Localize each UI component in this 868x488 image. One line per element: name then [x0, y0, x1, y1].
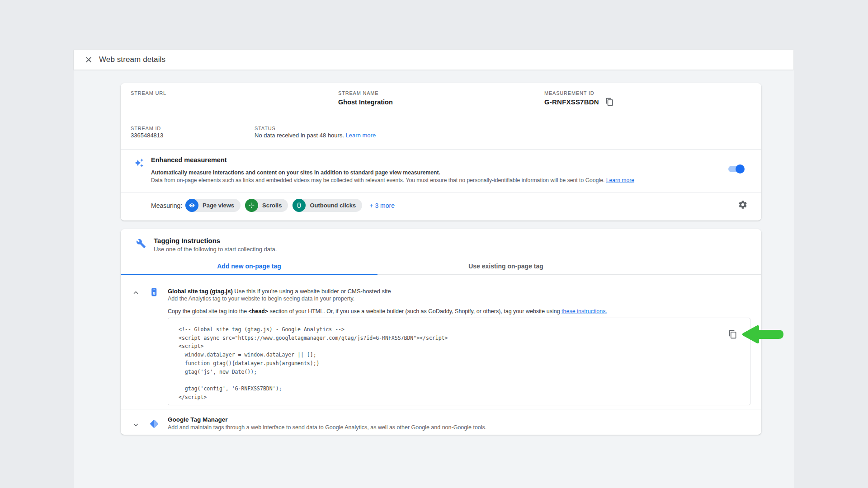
divider — [121, 192, 761, 192]
tagging-instructions-subtitle: Use one of the following to start collec… — [154, 246, 277, 253]
chip-page-views: Page views — [185, 199, 241, 212]
gtag-section-subtitle: Add the Analytics tag to your website to… — [168, 296, 354, 302]
enhanced-measurement-desc-2: Data from on-page elements such as links… — [151, 177, 634, 183]
measurement-id-label: MEASUREMENT ID — [544, 90, 594, 96]
gtag-code-box: <!-- Global site tag (gtag.js) - Google … — [168, 318, 750, 405]
gear-icon[interactable] — [738, 200, 748, 210]
status-label: STATUS — [255, 126, 276, 131]
gtag-title-rest: Use this if you're using a website build… — [233, 288, 391, 295]
copy-code-button[interactable] — [728, 330, 737, 339]
gtag-section-title: Global site tag (gtag.js) Use this if yo… — [168, 288, 391, 295]
mouse-icon — [292, 199, 306, 212]
status-learn-more-link[interactable]: Learn more — [346, 132, 376, 139]
gtag-title-bold: Global site tag (gtag.js) — [168, 288, 233, 295]
chip-scrolls: Scrolls — [245, 199, 288, 212]
head-tag-token: <head> — [249, 308, 268, 314]
copy-icon — [605, 98, 614, 106]
these-instructions-link[interactable]: these instructions. — [561, 308, 607, 314]
gtag-instruction: Copy the global site tag into the <head>… — [168, 308, 607, 314]
tagging-instructions-title: Tagging Instructions — [154, 237, 220, 244]
enhanced-learn-more-link[interactable]: Learn more — [606, 177, 634, 183]
chip-outbound-clicks: Outbound clicks — [292, 199, 362, 212]
copy-icon — [728, 330, 737, 339]
toggle-knob — [736, 164, 745, 174]
stream-id-value: 3365484813 — [131, 132, 163, 139]
instruction-text: section of your HTML. Or, if you use a w… — [268, 308, 561, 314]
divider — [121, 149, 761, 150]
enhanced-measurement-desc-1: Automatically measure interactions and c… — [151, 169, 440, 176]
tagging-tabs: Add new on-page tag Use existing on-page… — [121, 258, 761, 275]
more-chips-link[interactable]: + 3 more — [369, 202, 395, 209]
page-title: Web stream details — [99, 55, 165, 64]
stream-url-label: STREAM URL — [131, 90, 166, 96]
chevron-down-icon[interactable] — [132, 421, 140, 429]
chip-label: Outbound clicks — [310, 202, 356, 209]
gtag-code[interactable]: <!-- Global site tag (gtag.js) - Google … — [168, 318, 750, 401]
enhanced-desc-text: Data from on-page elements such as links… — [151, 177, 604, 183]
stream-name-value: Ghost Integration — [338, 99, 393, 106]
web-stream-details-page: Web stream details STREAM URL STREAM NAM… — [0, 0, 868, 488]
chip-label: Scrolls — [262, 202, 282, 209]
gtm-section-title: Google Tag Manager — [168, 416, 228, 423]
enhanced-measurement-toggle[interactable] — [728, 164, 745, 174]
chevron-up-icon[interactable] — [132, 288, 140, 297]
chip-label: Page views — [203, 202, 234, 209]
svg-text:g: g — [153, 290, 156, 295]
measuring-chips: Page views Scrolls Outbound clicks + 3 m… — [185, 199, 395, 212]
eye-icon — [185, 199, 198, 212]
close-icon — [84, 55, 93, 64]
measuring-label: Measuring: — [151, 202, 182, 209]
wrench-icon — [136, 239, 146, 249]
copy-measurement-id-button[interactable] — [605, 98, 614, 106]
gtm-section-subtitle: Add and maintain tags through a web inte… — [168, 424, 486, 431]
stream-details-card: STREAM URL STREAM NAME Ghost Integration… — [121, 83, 761, 221]
header-bar: Web stream details — [74, 50, 793, 70]
stream-id-label: STREAM ID — [131, 126, 161, 131]
instruction-text: Copy the global site tag into the — [168, 308, 249, 314]
tab-add-new-on-page-tag[interactable]: Add new on-page tag — [121, 258, 377, 275]
expand-arrows-icon — [245, 199, 258, 212]
sparkle-icon — [134, 158, 144, 168]
divider — [121, 409, 761, 409]
close-button[interactable] — [84, 55, 93, 64]
status-value: No data received in past 48 hours. Learn… — [255, 132, 376, 139]
measurement-id-row: G-RNFXSS7BDN — [544, 98, 614, 106]
active-tab-underline — [121, 274, 377, 275]
measurement-id-value: G-RNFXSS7BDN — [544, 98, 599, 106]
tab-use-existing-on-page-tag[interactable]: Use existing on-page tag — [377, 258, 634, 275]
stream-name-label: STREAM NAME — [338, 90, 378, 96]
status-text: No data received in past 48 hours. — [255, 132, 344, 139]
enhanced-measurement-title: Enhanced measurement — [151, 156, 227, 164]
gtag-tag-icon: g — [149, 287, 159, 297]
tagging-instructions-card: Tagging Instructions Use one of the foll… — [121, 229, 761, 435]
gtm-diamond-icon — [149, 418, 160, 429]
annotation-arrow-icon — [741, 324, 786, 345]
